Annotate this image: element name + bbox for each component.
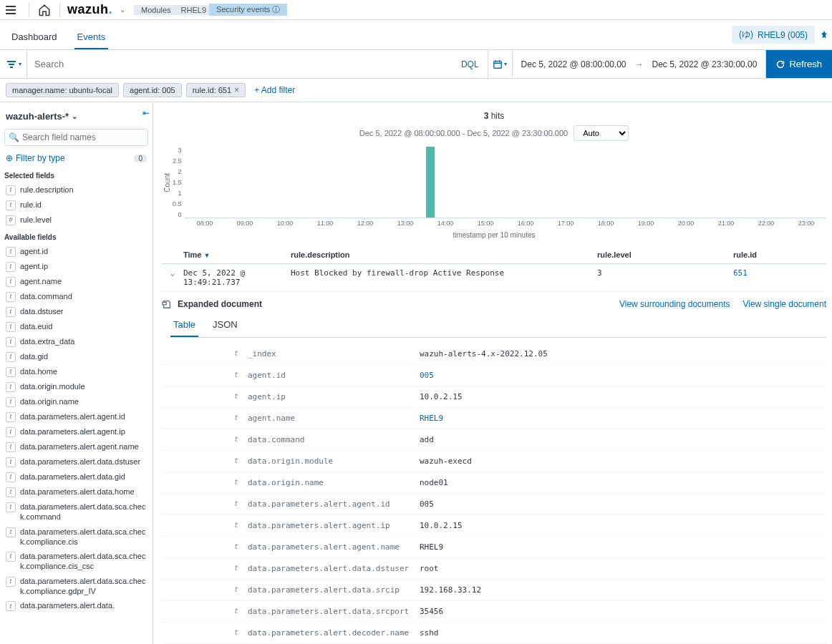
field-type-icon: t xyxy=(233,628,242,638)
field-item[interactable]: tdata.parameters.alert.data.dstuser xyxy=(4,454,148,469)
doc-field-row: tdata.parameters.alert.data.srcip192.168… xyxy=(162,580,826,601)
refresh-button[interactable]: Refresh xyxy=(766,50,832,78)
doc-field-value: root xyxy=(420,564,826,573)
field-item[interactable]: tdata.gid xyxy=(4,349,148,364)
doc-field-value: sshd xyxy=(420,628,826,638)
collapse-sidebar-icon[interactable]: ⇤ xyxy=(142,108,150,118)
column-level[interactable]: rule.level xyxy=(597,250,733,259)
field-item[interactable]: tdata.parameters.alert.data.sca.check.co… xyxy=(4,549,148,574)
field-item[interactable]: tdata.origin.module xyxy=(4,379,148,394)
field-item[interactable]: tdata.parameters.alert.agent.name xyxy=(4,439,148,454)
field-item[interactable]: tdata.parameters.alert.data.gid xyxy=(4,469,148,484)
filter-by-type[interactable]: ⊕ Filter by type 0 xyxy=(4,150,148,166)
field-item[interactable]: tdata.parameters.alert.data. xyxy=(4,598,148,613)
doc-field-row: tdata.parameters.alert.agent.id005 xyxy=(162,494,826,515)
field-item[interactable]: tdata.parameters.alert.agent.ip xyxy=(4,424,148,439)
pin-icon[interactable] xyxy=(819,30,829,40)
filter-pill[interactable]: manager.name: ubuntu-focal xyxy=(6,83,119,97)
doc-field-row: tdata.origin.modulewazuh-execd xyxy=(162,451,826,472)
column-description[interactable]: rule.description xyxy=(291,250,597,259)
doc-field-value[interactable]: 005 xyxy=(420,371,826,380)
date-range[interactable]: Dec 5, 2022 @ 08:00:00.00 → Dec 5, 2022 … xyxy=(513,50,767,78)
filter-count: 0 xyxy=(134,155,147,162)
menu-icon[interactable] xyxy=(6,3,20,17)
rule-id-link[interactable]: 651 xyxy=(733,268,826,287)
column-time[interactable]: Time ▼ xyxy=(183,250,291,259)
field-search-input[interactable] xyxy=(4,129,148,146)
field-item[interactable]: #rule.level xyxy=(4,213,148,228)
field-item[interactable]: tdata.parameters.alert.agent.id xyxy=(4,409,148,424)
filter-pill[interactable]: agent.id: 005 xyxy=(123,83,182,97)
doc-field-key: data.parameters.alert.decoder.name xyxy=(248,628,420,638)
field-item[interactable]: tdata.parameters.alert.data.sca.check.co… xyxy=(4,499,148,525)
tab-table[interactable]: Table xyxy=(170,319,198,337)
field-item[interactable]: tdata.dstuser xyxy=(4,304,148,319)
field-type-icon: t xyxy=(6,502,16,512)
view-single-link[interactable]: View single document xyxy=(742,299,826,309)
field-item[interactable]: trule.description xyxy=(4,182,148,197)
field-item[interactable]: tdata.command xyxy=(4,289,148,304)
field-item[interactable]: tdata.home xyxy=(4,364,148,379)
breadcrumb[interactable]: RHEL9 xyxy=(174,5,213,15)
field-item[interactable]: tdata.extra_data xyxy=(4,334,148,349)
histogram-bar[interactable] xyxy=(426,147,435,218)
field-type-icon: t xyxy=(6,200,16,210)
tab-json[interactable]: JSON xyxy=(210,319,241,337)
field-item[interactable]: tdata.origin.name xyxy=(4,394,148,409)
column-id[interactable]: rule.id xyxy=(733,250,826,259)
doc-field-key: data.parameters.alert.data.srcip xyxy=(248,585,420,595)
doc-field-key: agent.id xyxy=(248,371,420,380)
search-input[interactable] xyxy=(27,59,453,69)
field-item[interactable]: tdata.euid xyxy=(4,319,148,334)
doc-field-row: tdata.commandadd xyxy=(162,429,826,451)
field-item[interactable]: tdata.parameters.alert.data.sca.check.co… xyxy=(4,574,148,599)
doc-field-row: tagent.id005 xyxy=(162,365,826,386)
arrow-right-icon: → xyxy=(635,59,644,69)
field-item[interactable]: tagent.id xyxy=(4,244,148,259)
field-type-icon: t xyxy=(6,382,16,392)
doc-field-value: node01 xyxy=(420,478,826,487)
field-item[interactable]: tdata.parameters.alert.data.home xyxy=(4,484,148,499)
divider xyxy=(59,3,60,17)
interval-select[interactable]: Auto xyxy=(574,125,629,141)
doc-field-value: add xyxy=(420,435,826,444)
doc-field-key: data.origin.name xyxy=(248,478,420,487)
close-icon[interactable]: × xyxy=(234,85,239,95)
filter-options-icon[interactable]: ▾ xyxy=(0,50,27,78)
doc-field-row: tdata.parameters.alert.data.srcport35456 xyxy=(162,601,826,623)
field-type-icon: t xyxy=(6,457,16,467)
doc-field-value: RHEL9 xyxy=(420,542,826,552)
breadcrumb[interactable]: Security events ⓘ xyxy=(209,4,287,16)
field-type-icon: t xyxy=(6,472,16,482)
svg-rect-1 xyxy=(9,64,14,65)
field-type-icon: t xyxy=(233,371,242,380)
doc-field-value[interactable]: RHEL9 xyxy=(420,414,826,423)
field-type-icon: t xyxy=(233,435,242,444)
filter-pill[interactable]: rule.id: 651× xyxy=(186,83,246,97)
field-type-icon: # xyxy=(6,215,16,225)
table-row[interactable]: ⌄ Dec 5, 2022 @ 13:49:21.737 Host Blocke… xyxy=(162,264,826,292)
calendar-icon[interactable]: ▾ xyxy=(488,50,513,78)
tab-events[interactable]: Events xyxy=(74,31,109,49)
field-item[interactable]: trule.id xyxy=(4,197,148,213)
expand-toggle-icon[interactable]: ⌄ xyxy=(162,268,183,287)
breadcrumb[interactable]: Modules xyxy=(134,5,178,15)
doc-field-row: tagent.ip10.0.2.15 xyxy=(162,386,826,408)
chevron-down-icon[interactable]: ⌄ xyxy=(120,6,125,14)
doc-field-key: data.parameters.alert.data.dstuser xyxy=(248,564,420,573)
divider xyxy=(29,3,29,17)
filter-icon: ⊕ xyxy=(6,153,13,163)
histogram-chart[interactable] xyxy=(185,147,826,218)
index-selector[interactable]: wazuh-alerts-* ⌄ xyxy=(4,108,148,125)
agent-badge[interactable]: (ゆ) RHEL9 (005) xyxy=(732,26,815,44)
doc-field-row: tdata.origin.namenode01 xyxy=(162,472,826,494)
field-item[interactable]: tagent.ip xyxy=(4,259,148,274)
dql-toggle[interactable]: DQL xyxy=(453,59,488,69)
field-type-icon: t xyxy=(6,601,16,611)
home-icon[interactable] xyxy=(38,4,51,16)
field-item[interactable]: tdata.parameters.alert.data.sca.check.co… xyxy=(4,525,148,550)
view-surrounding-link[interactable]: View surrounding documents xyxy=(619,299,730,309)
tab-dashboard[interactable]: Dashboard xyxy=(9,31,60,49)
add-filter[interactable]: + Add filter xyxy=(254,85,295,95)
field-item[interactable]: tagent.name xyxy=(4,274,148,289)
